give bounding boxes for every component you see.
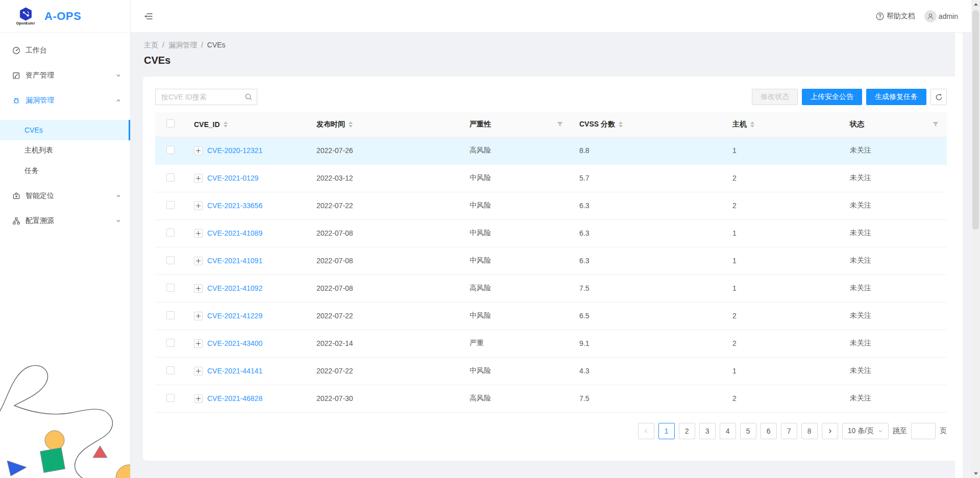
cve-link[interactable]: CVE-2021-41089 (207, 229, 262, 237)
expand-row-icon[interactable] (194, 202, 203, 210)
pagination-page-2[interactable]: 2 (679, 423, 695, 439)
severity-cell: 高风险 (461, 385, 571, 412)
search-icon[interactable] (244, 93, 253, 101)
sidebar-item-workbench[interactable]: 工作台 (0, 40, 130, 61)
publish-date-cell: 2022-07-26 (308, 137, 461, 164)
expand-row-icon[interactable] (194, 146, 203, 155)
sidebar-item-smart-locate[interactable]: 智能定位 (0, 186, 130, 206)
username: admin (939, 12, 958, 20)
user-menu[interactable]: admin (924, 10, 958, 22)
scrollbar-thumb[interactable] (972, 10, 979, 230)
pagination-page-3[interactable]: 3 (699, 423, 716, 439)
cve-link[interactable]: CVE-2021-46828 (207, 394, 262, 402)
upload-bulletin-button[interactable]: 上传安全公告 (802, 89, 862, 105)
publish-date-cell: 2022-07-08 (308, 247, 461, 274)
expand-row-icon[interactable] (194, 312, 203, 320)
expand-row-icon[interactable] (194, 394, 203, 403)
cve-link[interactable]: CVE-2021-0129 (207, 174, 258, 182)
help-docs-link[interactable]: 帮助文档 (876, 12, 915, 21)
status-cell: 未关注 (842, 385, 947, 412)
row-checkbox[interactable] (166, 146, 175, 154)
pagination-prev-button[interactable] (638, 423, 654, 439)
row-checkbox[interactable] (166, 366, 175, 374)
sort-icon[interactable] (750, 121, 754, 128)
expand-row-icon[interactable] (194, 229, 203, 238)
row-checkbox[interactable] (166, 284, 175, 292)
row-checkbox[interactable] (166, 173, 175, 182)
pagination-page-4[interactable]: 4 (720, 423, 736, 439)
sort-icon[interactable] (619, 121, 623, 128)
menu-fold-icon[interactable] (144, 12, 153, 21)
column-header-status: 状态 (850, 120, 939, 129)
pagination-page-5[interactable]: 5 (740, 423, 756, 439)
expand-row-icon[interactable] (194, 284, 203, 293)
cve-link[interactable]: CVE-2021-33656 (207, 202, 262, 210)
pagination-page-6[interactable]: 6 (761, 423, 777, 439)
column-header-cve-id[interactable]: CVE_ID (194, 120, 300, 129)
row-checkbox[interactable] (166, 256, 175, 264)
sort-icon[interactable] (349, 121, 353, 128)
chevron-down-icon (116, 193, 121, 198)
hosts-cell: 1 (724, 219, 842, 247)
sidebar-item-tasks[interactable]: 任务 (0, 161, 130, 181)
filter-icon[interactable] (557, 121, 563, 128)
column-header-hosts[interactable]: 主机 (732, 120, 834, 129)
severity-cell: 中风险 (461, 247, 571, 274)
breadcrumb-vuln-management[interactable]: 漏洞管理 (168, 41, 197, 50)
select-all-checkbox[interactable] (166, 119, 175, 128)
column-header-cvss[interactable]: CVSS 分数 (579, 120, 716, 129)
pagination-page-8[interactable]: 8 (801, 423, 818, 439)
row-checkbox[interactable] (166, 229, 175, 237)
sidebar-item-host-list[interactable]: 主机列表 (0, 140, 130, 161)
page-scrollbar[interactable] (971, 0, 980, 478)
row-checkbox[interactable] (166, 201, 175, 209)
column-header-publish-date[interactable]: 发布时间 (316, 120, 453, 129)
jump-page-input[interactable] (911, 423, 936, 439)
cve-link[interactable]: CVE-2020-12321 (207, 146, 262, 155)
scrollbar-down-arrow[interactable] (971, 469, 980, 478)
sync-icon (935, 93, 943, 101)
table-row: CVE-2021-43400 2022-02-14 严重 9.1 2 未关注 (155, 330, 947, 357)
sidebar-item-vulnerability-management[interactable]: 漏洞管理 (0, 90, 130, 111)
app-logo[interactable]: OpenEuler A-OPS (0, 0, 130, 33)
sidebar-item-cves[interactable]: CVEs (0, 120, 130, 140)
filter-icon[interactable] (933, 121, 939, 128)
severity-cell: 严重 (461, 330, 571, 357)
sidebar-subitem-label: CVEs (24, 126, 43, 134)
generate-repair-task-button[interactable]: 生成修复任务 (866, 89, 926, 105)
scrollbar-up-arrow[interactable] (971, 0, 980, 9)
page-size-select[interactable]: 10 条/页 (842, 423, 889, 439)
publish-date-cell: 2022-07-22 (308, 302, 461, 330)
cve-link[interactable]: CVE-2021-41092 (207, 284, 262, 292)
pagination-page-7[interactable]: 7 (781, 423, 797, 439)
table-row: CVE-2020-12321 2022-07-26 高风险 8.8 1 未关注 (155, 137, 947, 164)
severity-cell: 中风险 (461, 164, 571, 192)
expand-row-icon[interactable] (194, 339, 203, 348)
sidebar-item-config-trace[interactable]: 配置溯源 (0, 211, 130, 231)
pagination-page-1[interactable]: 1 (658, 423, 675, 439)
sidebar-item-label: 配置溯源 (26, 216, 54, 225)
sort-icon[interactable] (224, 121, 228, 128)
cve-link[interactable]: CVE-2021-44141 (207, 367, 262, 375)
cve-search-input[interactable] (155, 89, 257, 105)
row-checkbox[interactable] (166, 394, 175, 402)
hosts-cell: 2 (724, 192, 842, 219)
cve-link[interactable]: CVE-2021-43400 (207, 339, 262, 347)
refresh-button[interactable] (930, 89, 947, 105)
jump-suffix-label: 页 (940, 426, 947, 436)
cve-link[interactable]: CVE-2021-41091 (207, 257, 262, 265)
expand-row-icon[interactable] (194, 174, 203, 183)
publish-date-cell: 2022-07-30 (308, 385, 461, 412)
table-row: CVE-2021-46828 2022-07-30 高风险 7.5 2 未关注 (155, 385, 947, 412)
pagination-next-button[interactable] (822, 423, 838, 439)
expand-row-icon[interactable] (194, 257, 203, 265)
breadcrumb-home[interactable]: 主页 (144, 41, 158, 50)
sidebar-item-asset-management[interactable]: 资产管理 (0, 65, 130, 86)
row-checkbox[interactable] (166, 311, 175, 319)
severity-cell: 高风险 (461, 137, 571, 164)
row-checkbox[interactable] (166, 339, 175, 347)
modify-status-button[interactable]: 修改状态 (752, 89, 798, 105)
expand-row-icon[interactable] (194, 367, 203, 375)
publish-date-cell: 2022-03-12 (308, 164, 461, 192)
cve-link[interactable]: CVE-2021-41229 (207, 312, 262, 320)
